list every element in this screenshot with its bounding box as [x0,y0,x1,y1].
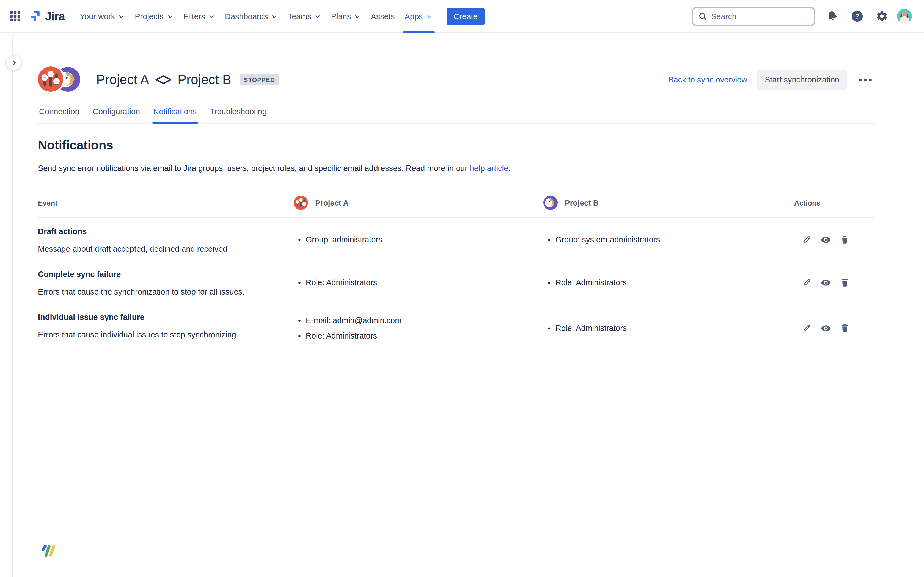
edit-pencil-icon [802,235,812,245]
chevron-down-icon [118,13,125,20]
nav-item-plans[interactable]: Plans [326,0,366,33]
project-a-avatar-small [294,196,308,210]
chevron-down-icon [208,13,215,20]
project-a-recipients: Group: administrators [294,218,543,261]
section-title: Notifications [38,138,874,153]
view-button[interactable] [819,276,832,289]
edit-button[interactable] [801,322,813,334]
tab-connection[interactable]: Connection [38,102,81,122]
primary-nav: Your workProjectsFiltersDashboardsTeamsP… [75,0,438,33]
search-box [692,7,815,26]
chevron-down-icon [354,13,361,20]
delete-button[interactable] [839,276,851,288]
recipient-item: Role: Administrators [543,278,778,287]
event-description: Message about draft accepted, declined a… [38,245,277,253]
row-actions [794,261,874,304]
search-icon [698,12,707,21]
main-content: Project A Project B STOPPED Back to sync… [0,34,924,577]
view-button[interactable] [819,322,832,334]
delete-trash-icon [840,277,850,287]
search-input[interactable] [711,12,814,21]
chevron-down-icon [314,13,321,20]
delete-button[interactable] [839,234,851,246]
column-header-actions: Actions [794,199,874,207]
more-horizontal-icon [859,78,862,81]
svg-text:?: ? [855,12,859,20]
notifications-table: Event Project A Project B Actions Draft … [38,196,874,352]
tab-notifications[interactable]: Notifications [152,102,198,122]
app-switcher-icon[interactable] [6,8,24,25]
recipient-item: Group: system-administrators [543,235,778,244]
chevron-down-icon [166,13,173,20]
table-row-draft-actions: Draft actions Message about draft accept… [38,218,874,261]
edit-pencil-icon [802,323,812,333]
table-row-individual-issue-sync-failure: Individual issue sync failure Errors tha… [38,304,874,352]
notification-bell-icon[interactable] [823,6,842,26]
edit-button[interactable] [801,234,813,246]
nav-item-teams[interactable]: Teams [283,0,326,33]
sync-diamond-icon [155,75,171,85]
event-title: Complete sync failure [38,270,277,279]
more-actions-button[interactable] [857,74,874,85]
table-header: Event Project A Project B Actions [38,196,874,218]
back-to-sync-overview-link[interactable]: Back to sync overview [668,75,747,84]
project-b-recipients: Role: Administrators [543,261,794,304]
sync-project-avatars [38,66,81,93]
tab-configuration[interactable]: Configuration [92,102,141,122]
event-title: Draft actions [38,227,277,236]
project-b-avatar-small [543,196,558,210]
nav-item-apps[interactable]: Apps [400,0,438,33]
nav-item-filters[interactable]: Filters [178,0,220,33]
page-header: Project A Project B STOPPED Back to sync… [38,66,874,93]
settings-gear-icon[interactable] [872,6,892,26]
project-a-avatar [38,66,63,92]
chevron-down-icon [426,13,433,20]
expand-sidebar-button[interactable] [6,55,21,70]
jira-logo-icon [28,9,42,23]
page-title: Project A Project B [96,72,231,87]
event-cell: Complete sync failure Errors that cause … [38,261,294,304]
delete-trash-icon [840,323,850,333]
column-header-project-b: Project B [543,196,794,210]
jira-logo-text: Jira [45,10,65,23]
chevron-down-icon [271,13,278,20]
tab-troubleshooting[interactable]: Troubleshooting [209,102,268,122]
recipient-item: E-mail: admin@admin.com [294,316,527,325]
recipient-item: Role: Administrators [543,324,778,332]
edit-button[interactable] [801,276,813,288]
sync-app-logo-icon [41,544,55,560]
view-button[interactable] [819,233,832,246]
delete-button[interactable] [839,322,851,334]
recipient-item: Role: Administrators [294,331,527,340]
nav-item-dashboards[interactable]: Dashboards [220,0,283,33]
event-description: Errors that cause the synchronization to… [38,287,277,296]
event-title: Individual issue sync failure [38,313,277,321]
row-actions [794,218,874,261]
view-eye-icon [821,234,831,245]
event-cell: Individual issue sync failure Errors tha… [38,304,294,352]
delete-trash-icon [840,235,850,245]
section-description: Send sync error notifications via email … [38,164,874,172]
event-description: Errors that cause individual issues to s… [38,330,277,339]
help-icon[interactable]: ? [848,6,867,26]
column-header-event: Event [38,199,294,207]
row-actions [794,304,874,352]
nav-item-projects[interactable]: Projects [130,0,178,33]
view-eye-icon [821,323,831,333]
user-avatar[interactable] [897,9,912,24]
nav-item-assets[interactable]: Assets [366,0,400,33]
jira-logo[interactable]: Jira [28,9,65,23]
table-row-complete-sync-failure: Complete sync failure Errors that cause … [38,261,874,304]
top-navigation: Jira Your workProjectsFiltersDashboardsT… [0,0,924,33]
create-button[interactable]: Create [447,7,485,25]
event-cell: Draft actions Message about draft accept… [38,218,294,261]
help-article-link[interactable]: help article [470,164,508,172]
nav-item-your-work[interactable]: Your work [75,0,130,33]
status-badge: STOPPED [240,74,279,85]
project-b-recipients: Role: Administrators [543,304,794,352]
start-synchronization-button[interactable]: Start synchronization [757,70,847,90]
project-a-recipients: Role: Administrators [294,261,543,304]
column-header-project-a: Project A [294,196,543,210]
project-a-recipients: E-mail: admin@admin.comRole: Administrat… [294,304,543,352]
project-b-recipients: Group: system-administrators [543,218,794,261]
